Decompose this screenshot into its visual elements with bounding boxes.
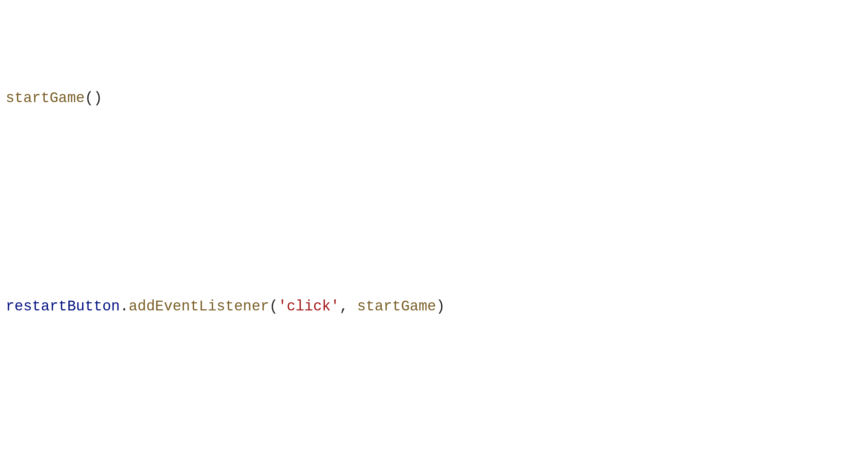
method: addEventListener: [128, 298, 269, 315]
function-ref: startGame: [357, 298, 436, 315]
code-line: restartButton.addEventListener('click', …: [6, 296, 864, 317]
function-call: startGame: [6, 90, 85, 107]
identifier: restartButton: [6, 298, 120, 315]
code-line: startGame(): [6, 88, 864, 109]
code-editor[interactable]: startGame() restartButton.addEventListen…: [0, 0, 868, 452]
string: 'click': [278, 298, 339, 315]
punct: (: [269, 298, 278, 315]
punct: ,: [339, 298, 357, 315]
punct: (): [85, 90, 102, 107]
code-line-blank: [6, 192, 864, 213]
punct: ): [436, 298, 445, 315]
code-line-blank: [6, 400, 864, 421]
punct: .: [120, 298, 129, 315]
